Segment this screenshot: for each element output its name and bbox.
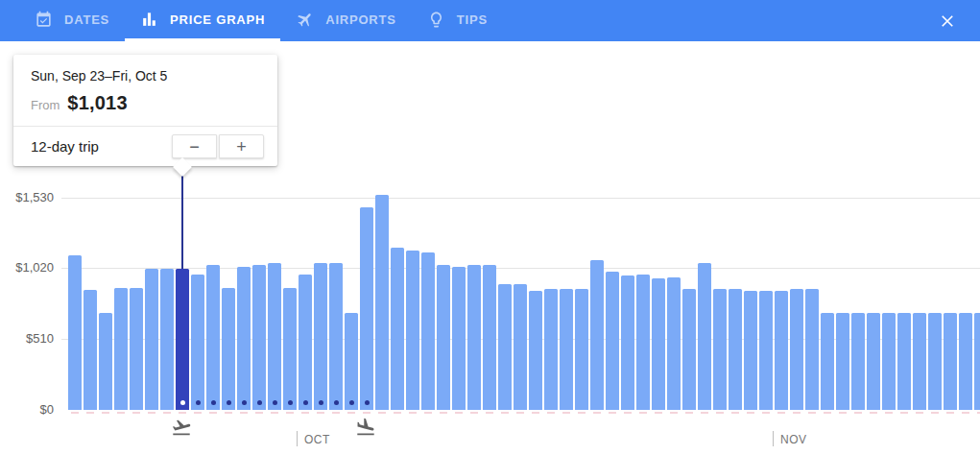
price-bar[interactable] [974,313,980,410]
baseline-tick [424,412,432,414]
baseline-tick [916,412,923,414]
price-bar[interactable] [805,289,819,410]
price-bar[interactable] [145,269,158,410]
baseline-tick [808,412,816,414]
month-tick [297,431,298,446]
price-bar[interactable] [944,313,957,410]
selected-day-dot [180,400,185,405]
price-bar[interactable] [959,313,972,410]
price-bar[interactable] [391,248,404,410]
price-bar[interactable] [560,289,573,410]
baseline-tick [532,412,539,414]
price-bar[interactable] [713,289,727,410]
baseline-tick [516,412,524,414]
price-bar[interactable] [268,263,281,410]
price-bar[interactable] [314,263,327,410]
price-bar[interactable] [467,265,481,410]
baseline-tick [86,412,94,414]
price-bar[interactable] [867,313,880,410]
baseline-tick [762,412,770,414]
price-bar[interactable] [99,313,112,410]
baseline-tick [271,412,278,414]
price-bar[interactable] [682,289,696,410]
price-bar[interactable] [575,289,588,410]
price-bar[interactable] [821,313,834,410]
baseline-tick [132,412,140,414]
decrease-trip-length-button[interactable]: − [172,134,217,158]
baseline-tick [317,412,324,414]
baseline-tick [639,412,647,414]
price-bar[interactable] [452,267,466,410]
trip-length-label: 12-day trip [31,138,99,155]
price-bar[interactable] [375,195,389,410]
price-bar[interactable] [851,313,865,410]
price-bar[interactable] [299,275,312,410]
trip-day-dot [334,400,339,405]
baseline-tick [71,412,79,414]
price-bar[interactable] [606,272,619,410]
trip-day-dot [349,400,354,405]
price-bar[interactable] [421,252,435,410]
price-bar[interactable] [636,275,650,410]
price-bar[interactable] [621,275,634,410]
price-bar[interactable] [68,255,82,410]
price-bar[interactable] [836,313,849,410]
price-bar[interactable] [667,277,681,410]
trip-day-dot [319,400,323,405]
baseline-tick [870,412,877,414]
baseline-tick [578,412,586,414]
price-bar-selected[interactable] [176,269,189,410]
from-label: From [31,98,60,112]
price-bar[interactable] [882,313,896,410]
price-bar[interactable] [928,313,942,410]
price-bar[interactable] [283,288,297,410]
baseline-tick [731,412,739,414]
price-bar[interactable] [252,265,266,410]
baseline-tick [179,412,186,414]
price-bar[interactable] [790,289,803,410]
baseline-tick [148,412,155,414]
price-bar[interactable] [529,291,542,410]
price-bar[interactable] [437,265,450,410]
price-bar[interactable] [729,289,742,410]
price-bar[interactable] [514,284,527,410]
price-bar[interactable] [744,291,757,410]
trip-length-stepper: − + [172,134,264,158]
baseline-tick [701,412,708,414]
price-bar[interactable] [360,207,373,410]
baseline-tick [793,412,801,414]
increase-trip-length-button[interactable]: + [219,134,264,158]
baseline-tick [777,412,785,414]
price-bar[interactable] [84,290,97,410]
price-bar[interactable] [160,269,174,410]
trip-day-dot [242,400,247,405]
price-bar[interactable] [345,313,358,410]
price-bar[interactable] [222,288,235,410]
price-bar[interactable] [329,263,343,410]
price-bar[interactable] [759,291,773,410]
price-bar[interactable] [544,289,558,410]
price-bar[interactable] [698,263,711,410]
baseline-tick [363,412,370,414]
price-bar[interactable] [191,275,204,410]
price-bar[interactable] [206,265,220,410]
flight-takeoff-icon [171,417,192,438]
price-bar[interactable] [652,278,665,410]
baseline-tick [562,412,570,414]
baseline-tick [716,412,724,414]
trip-day-dot [257,400,262,405]
price-bar[interactable] [590,260,604,410]
price-bar[interactable] [237,267,251,410]
price-bar[interactable] [406,251,419,410]
baseline-tick [824,412,831,414]
baseline-tick [225,412,232,414]
price-bar[interactable] [114,288,128,410]
price-bar[interactable] [775,291,788,410]
price-bar[interactable] [897,313,911,410]
trip-price: $1,013 [67,92,127,114]
price-bar[interactable] [483,265,496,410]
price-bar[interactable] [913,313,926,410]
price-bar[interactable] [130,288,143,410]
baseline-tick [301,412,309,414]
price-bar[interactable] [498,284,512,410]
